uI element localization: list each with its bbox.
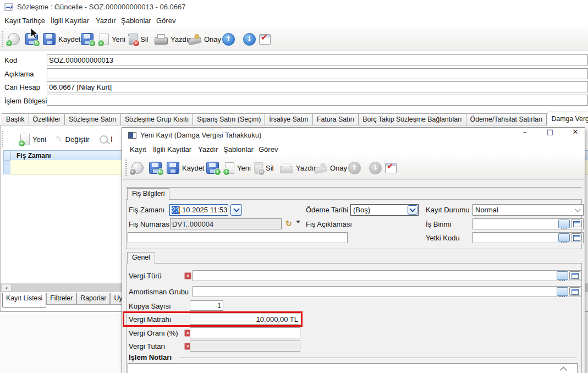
dialog-maximize-button[interactable]: □: [541, 128, 559, 143]
fis-aciklamasi-input[interactable]: [128, 232, 348, 243]
vergi-matrahi-input[interactable]: [190, 314, 300, 325]
aciklama-input[interactable]: [47, 68, 588, 79]
amortisman-grubu-quick-entry-button[interactable]: [569, 287, 580, 296]
renumber-icon[interactable]: ↻: [285, 218, 292, 229]
move-down-button[interactable]: ↓: [243, 28, 256, 51]
vergi-orani-input[interactable]: [190, 327, 300, 338]
dialog-menu-gorev[interactable]: Görev: [257, 143, 279, 156]
tab-odeme-tahsilat-satirlari[interactable]: Ödeme/Tahsilat Satırları: [466, 113, 547, 125]
kod-input[interactable]: [47, 54, 588, 65]
is-birimi-label: İş Birimi: [426, 220, 451, 228]
vergi-turu-input[interactable]: [193, 270, 582, 281]
tab-siparis-satiri-secim[interactable]: Sipariş Satırı (Seçim): [193, 113, 265, 125]
dialog-titlebar[interactable]: Yeni Kayıt (Damga Vergisi Tahakkuku) – □…: [122, 128, 585, 143]
menu-sablonlar[interactable]: Şablonlar: [120, 14, 152, 28]
tab-ozellikler[interactable]: Özellikler: [29, 113, 65, 125]
dialog-menu-yazdir[interactable]: Yazdır: [197, 143, 219, 156]
new-button[interactable]: + Yeni: [100, 28, 125, 51]
dialog-approve-button[interactable]: Onay: [314, 156, 347, 179]
fis-zamani-dropdown-button[interactable]: [230, 204, 242, 216]
dialog-save-continue-button[interactable]: ↻: [149, 156, 162, 179]
cari-hesap-input[interactable]: [47, 81, 588, 92]
is-birimi-quick-entry-button[interactable]: [571, 220, 582, 228]
yetki-kodu-lookup-button[interactable]: ...: [558, 233, 570, 242]
fis-numarasi-input[interactable]: [170, 218, 282, 229]
floppy-plus-icon: +: [206, 162, 219, 174]
dialog-menu-sablonlar[interactable]: Şablonlar: [222, 143, 255, 156]
bottom-tab-raporlar[interactable]: Raporlar: [76, 293, 110, 305]
fis-zamani-input[interactable]: 23 .10.2025 11:53: [169, 204, 228, 216]
dialog-minimize-button[interactable]: –: [516, 128, 534, 143]
renumber-dropdown-icon[interactable]: [296, 221, 300, 223]
move-up-button[interactable]: ↑: [222, 28, 235, 51]
arrow-down-icon: ↓: [243, 33, 256, 46]
bottom-tab-kayit-listesi[interactable]: Kayıt Listesi: [2, 293, 46, 308]
dialog-menu-kayit[interactable]: Kayıt: [129, 143, 147, 156]
add-button[interactable]: +: [8, 28, 20, 51]
vergi-tutari-input[interactable]: [190, 341, 300, 352]
grid-view-button[interactable]: İ: [100, 128, 113, 151]
menu-yazdir[interactable]: Yazdır: [95, 14, 117, 28]
kayit-durumu-select[interactable]: Normal: [472, 204, 584, 216]
new-label: Yeni: [112, 35, 125, 43]
tab-damga-vergisi-tahakkuklari[interactable]: Damga Vergisi Tahakkukları: [547, 112, 588, 125]
page-plus-icon: +: [20, 134, 30, 145]
grid-selector-header: [3, 150, 11, 161]
grid-new-button[interactable]: + Yeni: [20, 128, 46, 151]
dialog-move-up-button[interactable]: ↑: [348, 156, 361, 179]
grid-edit-button[interactable]: ✎ Değiştir: [56, 128, 90, 151]
grid-row-selector[interactable]: [3, 160, 11, 174]
dialog-save-button[interactable]: Kaydet: [167, 156, 204, 179]
toolbar-drag-handle[interactable]: [2, 31, 3, 47]
menu-ilgili-kayitlar[interactable]: İlgili Kayıtlar: [50, 14, 90, 28]
amortisman-grubu-lookup-button[interactable]: ...: [557, 287, 568, 296]
dialog-delete-button[interactable]: ✕ Sil: [254, 156, 273, 179]
print-button[interactable]: Yazdır: [155, 28, 191, 51]
dialog-menu-ilgili-kayitlar[interactable]: İlgili Kayıtlar: [152, 143, 193, 156]
tab-borc-takip-sozlesme-baglantilari[interactable]: Borç Takip Sözleşme Bağlantıları: [359, 113, 466, 125]
approve-button[interactable]: Onay: [188, 28, 221, 51]
tab-irsaliye-satiri[interactable]: İrsaliye Satırı: [265, 113, 313, 125]
save-button[interactable]: Kaydet: [43, 28, 80, 51]
dialog-close-button[interactable]: ✕: [567, 128, 584, 143]
scroll-left-button[interactable]: ‹: [2, 284, 12, 292]
tab-sozlesme-grup-kisiti[interactable]: Sözleşme Grup Kısıtı: [121, 113, 193, 125]
is-birimi-lookup-button[interactable]: ...: [558, 220, 570, 228]
application-window: Sözleşme : Güncelle - SOZ.000000000013 -…: [0, 0, 588, 373]
islem-bolgesi-input[interactable]: [47, 95, 588, 106]
yetki-kodu-quick-entry-button[interactable]: [571, 233, 582, 242]
dialog-print-button[interactable]: Yazdır: [280, 156, 316, 179]
fis-numarasi-label: Fiş Numarası: [129, 220, 171, 228]
delete-label: Sil: [140, 35, 148, 43]
dialog-move-down-button[interactable]: ↓: [369, 156, 382, 179]
dialog-confirm-button[interactable]: [385, 156, 397, 179]
odeme-tarihi-dropdown-button[interactable]: [408, 205, 417, 215]
menu-kayit[interactable]: Kayıt: [3, 14, 22, 28]
kopya-sayisi-input[interactable]: [190, 300, 223, 311]
dialog-add-button[interactable]: +: [131, 156, 144, 179]
new-record-dialog: Yeni Kayıt (Damga Vergisi Tahakkuku) – □…: [122, 127, 585, 373]
bottom-tabstrip: Kayıt Listesi Filtreler Raporlar Uyarlan: [2, 293, 141, 308]
menu-tarihce[interactable]: Tarihçe: [21, 14, 46, 28]
dialog-save-new-button[interactable]: +: [206, 156, 219, 179]
grid-toolbar-drag-handle[interactable]: [2, 131, 3, 149]
confirm-button[interactable]: [259, 28, 271, 51]
save-new-button[interactable]: +: [81, 28, 94, 51]
tab-baslik[interactable]: Başlık: [2, 113, 29, 125]
vergi-turu-lookup-button[interactable]: ...: [557, 271, 568, 280]
vergi-turu-quick-entry-button[interactable]: [569, 271, 580, 280]
amortisman-grubu-input[interactable]: [193, 286, 582, 297]
dialog-new-button[interactable]: + Yeni: [225, 156, 251, 179]
tab-genel[interactable]: Genel: [127, 252, 155, 264]
tab-sozlesme-satiri[interactable]: Sözleşme Satırı: [65, 113, 121, 125]
tab-fatura-satiri[interactable]: Fatura Satırı: [313, 113, 359, 125]
menu-gorev[interactable]: Görev: [155, 14, 177, 28]
dialog-new-label: Yeni: [237, 164, 251, 172]
tab-fis-bilgileri[interactable]: Fiş Bilgileri: [127, 188, 169, 200]
islem-notlari-textarea[interactable]: [128, 363, 578, 373]
trash-x-icon: ✕: [254, 164, 263, 174]
amortisman-grubu-label: Amortisman Grubu: [129, 288, 189, 296]
dialog-toolbar-drag-handle[interactable]: [125, 160, 127, 176]
delete-button[interactable]: ✕ Sil: [129, 28, 148, 51]
bottom-tab-filtreler[interactable]: Filtreler: [46, 293, 76, 305]
